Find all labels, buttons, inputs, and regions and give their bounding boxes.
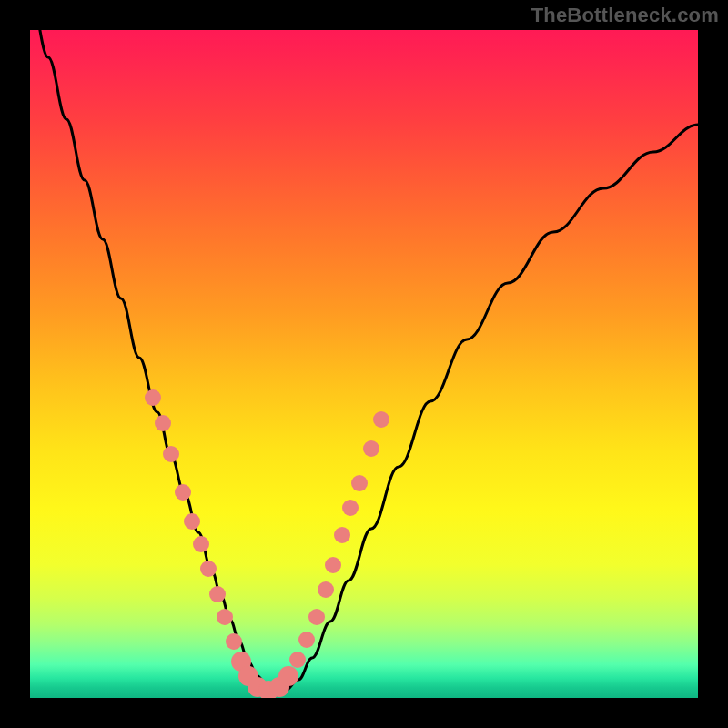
sample-dot — [363, 440, 379, 457]
plot-area — [30, 30, 698, 698]
sample-dot — [145, 389, 161, 406]
sample-dot — [298, 632, 315, 648]
sample-dot — [184, 513, 200, 530]
sample-dot — [318, 581, 334, 598]
sample-dot — [351, 475, 368, 491]
chart-frame: TheBottleneck.com — [0, 0, 728, 728]
sample-dot — [289, 652, 306, 668]
sample-dot — [200, 561, 217, 577]
sample-dot — [155, 415, 171, 431]
sample-dot — [175, 484, 191, 500]
sample-dot — [217, 609, 233, 625]
sample-dot — [325, 557, 341, 573]
sample-dot — [278, 666, 298, 686]
bottleneck-curve — [30, 30, 698, 698]
sample-dot — [373, 411, 389, 428]
sample-dot — [308, 609, 325, 625]
sample-dot — [226, 633, 242, 650]
sample-dot — [163, 446, 179, 462]
sample-dot — [334, 527, 350, 543]
sample-dot — [342, 500, 359, 516]
sample-dot — [209, 586, 226, 602]
sample-dot — [193, 536, 209, 552]
watermark-text: TheBottleneck.com — [531, 4, 719, 27]
